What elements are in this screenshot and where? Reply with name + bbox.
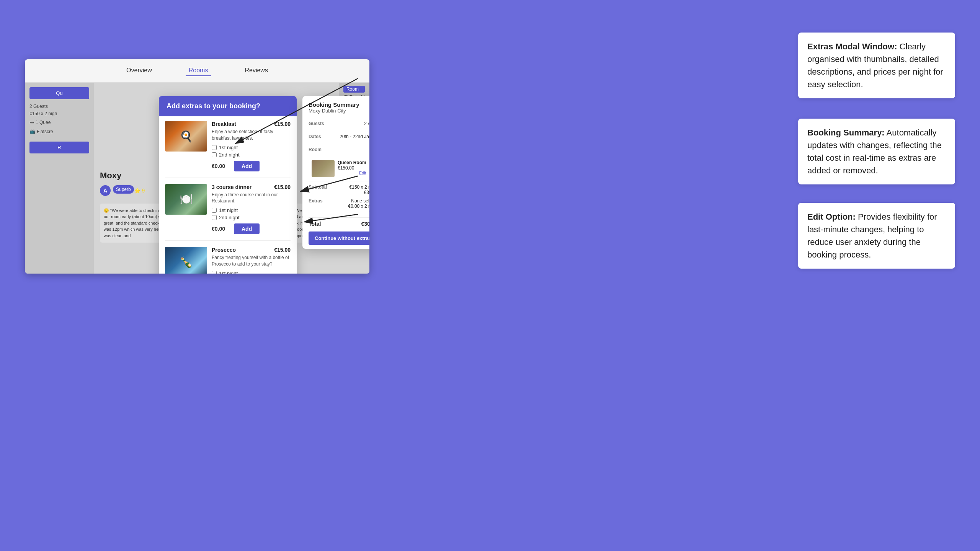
breakfast-desc: Enjoy a wide selection of tasty breakfas… [212,129,291,142]
dinner-image: 🍽️ [165,184,207,215]
prosecco-image: 🍾 [165,247,207,274]
annotation-2-title: Booking Summary: [807,128,885,137]
avatar: A [100,185,111,196]
prosecco-placeholder: 🍾 [165,247,207,274]
room-info: Queen Room €150.00 Edit [338,160,366,175]
dates-value: 20th - 22nd January [340,134,369,139]
dinner-1st-night[interactable]: 1st night [212,207,291,213]
browser-window: Overview Rooms Reviews Qu 2 Guests €150 … [25,59,369,274]
room-summary-label: Room [309,147,322,152]
dinner-footer: €0.00 Add [212,223,291,234]
extras-body: 🍳 Breakfast €15.00 Enjoy a wide selectio… [159,116,297,274]
superb-label: Superb [116,187,131,192]
nav-overview[interactable]: Overview [123,65,155,76]
dinner-2nd-label: 2nd night [219,215,240,220]
room-detail-edit-link[interactable]: Edit [338,171,366,175]
total-value: €300.00 [361,221,369,227]
dates-edit-link[interactable]: Edit [340,139,369,144]
summary-body: Guests 2 Adults Edit Dates 20th - 22nd J… [302,117,369,249]
continue-button[interactable]: Continue without extras? [309,231,369,245]
prosecco-options: 1st night 2nd night [212,271,291,274]
dinner-1st-label: 1st night [219,207,238,213]
superb-badge: Superb [113,185,134,194]
dinner-2nd-night[interactable]: 2nd night [212,215,291,220]
nav-reviews[interactable]: Reviews [242,65,271,76]
breakfast-footer: €0.00 Add [212,161,291,171]
extra-item-prosecco: 🍾 Prosecco €15.00 Fancy treating yoursel… [165,247,291,274]
breakfast-cost: €0.00 [212,163,231,169]
prosecco-desc: Fancy treating yourself with a bottle of… [212,254,291,267]
extras-nights: €0.00 x 2 nights [348,204,369,209]
extras-value: €0.00 [348,209,369,214]
breakfast-1st-night-checkbox[interactable] [212,145,217,150]
summary-guests-row: Guests 2 Adults Edit [309,121,369,131]
guests-label: Guests [309,121,324,126]
dinner-2nd-night-checkbox[interactable] [212,215,217,220]
subtotal-nights: €150 x 2 nights [350,184,369,190]
extra-item-breakfast: 🍳 Breakfast €15.00 Enjoy a wide selectio… [165,121,291,178]
breakfast-name: Breakfast [212,121,236,127]
guests-value: 2 Adults [364,121,369,126]
guests-info: 2 Guests [29,103,89,110]
breakfast-1st-label: 1st night [219,145,238,150]
nav-rooms[interactable]: Rooms [186,65,211,76]
right-panel: Room €200 night €400 able bed bilities >… [94,83,369,274]
breakfast-options: 1st night 2nd night [212,145,291,158]
breakfast-1st-night[interactable]: 1st night [212,145,291,150]
price-info: €150 x 2 nigh [29,110,89,117]
breakfast-2nd-night[interactable]: 2nd night [212,152,291,158]
left-panel: Qu 2 Guests €150 x 2 nigh 🛏 1 Quee 📺 Fla… [25,83,94,274]
screen-type: Flatscre [37,128,53,135]
smiley-icon-1: 🙂 [104,208,109,213]
breakfast-image: 🍳 [165,121,207,152]
extras-summary-label: Extras [309,198,323,204]
dinner-placeholder: 🍽️ [165,184,207,215]
total-label: Total [309,221,321,227]
quick-book-button[interactable]: Qu [29,87,89,99]
breakfast-add-button[interactable]: Add [234,161,260,171]
dinner-cost: €0.00 [212,226,231,232]
summary-header: Booking Summary Moxy Dublin City [302,96,369,117]
dinner-name: 3 course dinner [212,184,252,190]
dinner-price: €15.00 [274,184,291,190]
dates-label: Dates [309,134,321,139]
nav-bar: Overview Rooms Reviews [25,59,369,83]
bed-icon: 🛏 [29,119,34,126]
guests-edit-link[interactable]: Edit [364,126,369,131]
annotation-3-title: Edit Option: [807,212,856,222]
summary-divider-2 [309,217,369,218]
breakfast-2nd-night-checkbox[interactable] [212,152,217,157]
room-label: Room [343,86,365,93]
prosecco-1st-night-checkbox[interactable] [212,271,217,274]
breakfast-price: €15.00 [274,121,291,127]
room-name: Queen Room [338,160,366,165]
bed-type: 1 Quee [36,119,51,126]
summary-extras-row: Extras None selected €0.00 x 2 nights €0… [309,198,369,214]
prosecco-1st-night[interactable]: 1st night [212,271,291,274]
annotation-box-1: Extras Modal Window: Clearly organised w… [798,33,955,98]
dinner-desc: Enjoy a three course meal in our Restaur… [212,192,291,205]
summary-dates-row: Dates 20th - 22nd January Edit [309,134,369,144]
dinner-1st-night-checkbox[interactable] [212,208,217,213]
room-thumbnail [312,160,335,177]
extras-header: Add extras to your booking? [159,96,297,116]
breakfast-placeholder: 🍳 [165,121,207,152]
prosecco-price: €15.00 [274,247,291,253]
prosecco-name-row: Prosecco €15.00 [212,247,291,253]
extras-selected: None selected [351,198,369,204]
subtotal-value: €300.00 [350,190,369,195]
breakfast-name-row: Breakfast €15.00 [212,121,291,127]
dinner-name-row: 3 course dinner €15.00 [212,184,291,190]
subtotal-label: Subtotal [309,184,327,190]
room-card-detail: Queen Room €150.00 Edit [309,160,369,177]
annotation-box-3: Edit Option: Provides flexibility for la… [798,203,955,269]
summary-title: Booking Summary [309,101,369,108]
sidebar-info: 2 Guests €150 x 2 nigh 🛏 1 Quee 📺 Flatsc… [29,103,89,135]
reserve-button[interactable]: R [29,142,89,153]
summary-hotel: Moxy Dublin City [309,108,369,114]
dinner-add-button[interactable]: Add [234,223,260,234]
extras-modal: Add extras to your booking? 🍳 Breakfast … [159,96,297,274]
browser-content: Qu 2 Guests €150 x 2 nigh 🛏 1 Quee 📺 Fla… [25,83,369,274]
summary-divider-1 [309,181,369,181]
extras-title: Add extras to your booking? [167,102,260,110]
